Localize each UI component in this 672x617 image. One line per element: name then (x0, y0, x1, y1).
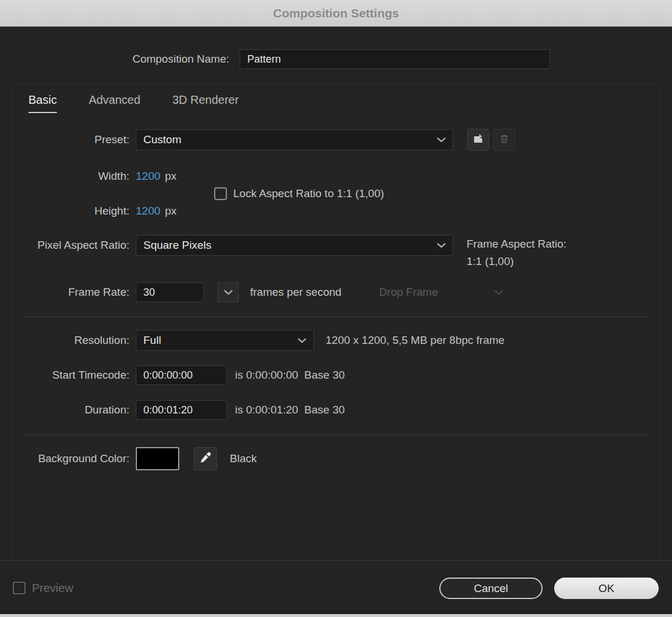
frame-rate-label: Frame Rate: (12, 286, 129, 299)
duration-input[interactable] (136, 400, 227, 420)
footer-divider (0, 560, 672, 561)
delete-preset-button (493, 129, 515, 151)
dialog-titlebar: Composition Settings (0, 0, 672, 27)
resolution-value: Full (143, 334, 161, 347)
save-preset-button[interactable] (467, 129, 489, 151)
chevron-down-icon (224, 290, 233, 295)
eyedropper-button[interactable] (194, 447, 217, 470)
preset-label: Preset: (12, 133, 129, 146)
start-timecode-row: Start Timecode: is 0:00:00:00 Base 30 (12, 365, 660, 385)
save-preset-icon (472, 133, 484, 147)
drop-frame-value: Drop Frame (379, 286, 438, 299)
frame-aspect-ratio-label: Frame Aspect Ratio: (467, 235, 566, 253)
preset-row: Preset: Custom (12, 129, 660, 151)
composition-settings-dialog: Composition Settings Composition Name: B… (0, 0, 672, 617)
ok-button[interactable]: OK (554, 578, 659, 599)
drop-frame-dropdown: Drop Frame (371, 282, 511, 303)
frame-rate-dropdown-button[interactable] (218, 282, 239, 302)
preview-row: Preview (13, 581, 73, 595)
width-row: Width: 1200 px (12, 168, 660, 184)
start-timecode-label: Start Timecode: (12, 369, 129, 382)
composition-name-input[interactable] (240, 49, 550, 69)
duration-row: Duration: is 0:00:01:20 Base 30 (12, 400, 660, 420)
resolution-info: 1200 x 1200, 5,5 MB per 8bpc frame (326, 334, 504, 347)
tab-advanced[interactable]: Advanced (89, 93, 140, 113)
background-color-row: Background Color: Black (12, 447, 660, 470)
frame-rate-input[interactable] (136, 282, 204, 302)
frames-per-second-label: frames per second (250, 286, 341, 299)
pixel-aspect-ratio-value: Square Pixels (143, 239, 211, 252)
lock-aspect-checkbox[interactable] (214, 187, 227, 200)
chevron-down-icon (298, 338, 306, 343)
preset-dropdown[interactable]: Custom (136, 129, 453, 150)
pixel-aspect-ratio-label: Pixel Aspect Ratio: (12, 239, 129, 252)
chevron-down-icon (494, 290, 503, 295)
preview-label: Preview (32, 582, 73, 595)
height-label: Height: (12, 205, 129, 217)
pixel-aspect-ratio-dropdown[interactable]: Square Pixels (136, 235, 453, 256)
preset-buttons (467, 129, 515, 151)
tab-3d-renderer[interactable]: 3D Renderer (172, 93, 239, 113)
width-label: Width: (12, 170, 129, 183)
divider (24, 317, 648, 317)
duration-label: Duration: (12, 404, 129, 416)
start-timecode-info: is 0:00:00:00 Base 30 (235, 369, 345, 382)
resolution-label: Resolution: (12, 334, 129, 347)
frame-aspect-ratio-block: Frame Aspect Ratio: 1:1 (1,00) (467, 235, 566, 270)
height-value[interactable]: 1200 (136, 205, 160, 217)
eyedropper-icon (199, 451, 212, 466)
divider (24, 434, 648, 435)
cancel-button[interactable]: Cancel (439, 578, 543, 599)
duration-info: is 0:00:01:20 Base 30 (235, 404, 345, 416)
chevron-down-icon (437, 137, 446, 143)
width-value[interactable]: 1200 (136, 170, 160, 183)
window-bottom-edge (0, 614, 672, 617)
preview-checkbox[interactable] (13, 582, 26, 594)
lock-aspect-row: Lock Aspect Ratio to 1:1 (1,00) (214, 186, 384, 202)
settings-panel: Basic Advanced 3D Renderer Preset: Custo… (12, 83, 660, 558)
frame-rate-row: Frame Rate: frames per second Drop Frame (12, 282, 660, 303)
chevron-down-icon (437, 243, 446, 248)
dialog-title: Composition Settings (273, 6, 399, 20)
width-unit: px (165, 170, 176, 183)
lock-aspect-label: Lock Aspect Ratio to 1:1 (1,00) (233, 187, 384, 200)
height-row: Height: 1200 px (12, 203, 660, 219)
background-color-swatch[interactable] (136, 447, 179, 470)
frame-aspect-ratio-value: 1:1 (1,00) (467, 253, 566, 270)
resolution-dropdown[interactable]: Full (136, 330, 314, 351)
height-unit: px (165, 205, 176, 217)
resolution-row: Resolution: Full 1200 x 1200, 5,5 MB per… (12, 330, 660, 351)
trash-icon (498, 133, 510, 147)
tab-basic[interactable]: Basic (28, 93, 57, 113)
background-color-label: Background Color: (12, 452, 129, 465)
composition-name-label: Composition Name: (119, 53, 229, 66)
background-color-name: Black (230, 452, 256, 465)
start-timecode-input[interactable] (136, 365, 227, 385)
composition-name-row: Composition Name: (119, 49, 550, 69)
tab-bar: Basic Advanced 3D Renderer (28, 93, 239, 113)
preset-value: Custom (143, 133, 181, 146)
